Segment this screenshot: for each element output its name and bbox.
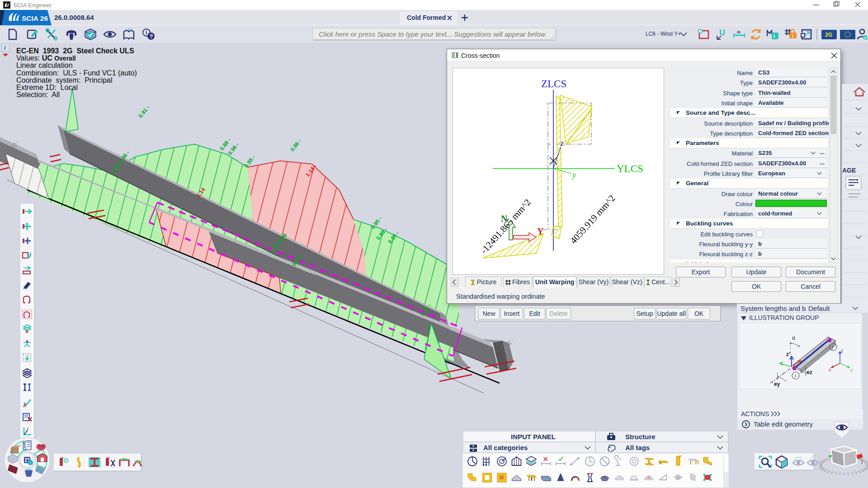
svg-text:?: ? <box>150 33 153 40</box>
svg-text:SCIA 26: SCIA 26 <box>22 14 48 22</box>
svg-text:i: i <box>795 373 796 378</box>
svg-text:i: i <box>27 426 28 432</box>
svg-text:x: x <box>829 367 831 372</box>
svg-text:2G: 2G <box>825 32 832 38</box>
svg-text:0.91 -: 0.91 - <box>137 104 151 119</box>
svg-text:i: i <box>146 29 147 36</box>
svg-text:z: z <box>841 348 843 353</box>
svg-text:z: z <box>560 139 564 148</box>
svg-text:A: A <box>25 329 28 334</box>
svg-text:YLCS: YLCS <box>617 163 643 174</box>
svg-text:m: m <box>737 30 741 34</box>
svg-text:i: i <box>792 33 793 38</box>
svg-text:U: U <box>719 28 725 37</box>
svg-text:y: y <box>571 170 576 179</box>
svg-text:ez: ez <box>807 369 812 375</box>
svg-text:AGE: AGE <box>842 167 856 174</box>
svg-text:i: i <box>774 33 775 39</box>
svg-text:A: A <box>23 403 26 408</box>
svg-text:ZLCS: ZLCS <box>541 78 566 89</box>
svg-text:α: α <box>792 335 795 341</box>
svg-text:ey: ey <box>774 381 780 387</box>
svg-text:0.86 -: 0.86 - <box>289 138 302 153</box>
svg-text:4059.919 mm^2: 4059.919 mm^2 <box>568 192 618 246</box>
svg-text:y: y <box>850 367 853 372</box>
svg-text:i: i <box>4 44 6 51</box>
svg-text:Y: Y <box>537 226 544 236</box>
svg-text:z': z' <box>786 351 790 357</box>
